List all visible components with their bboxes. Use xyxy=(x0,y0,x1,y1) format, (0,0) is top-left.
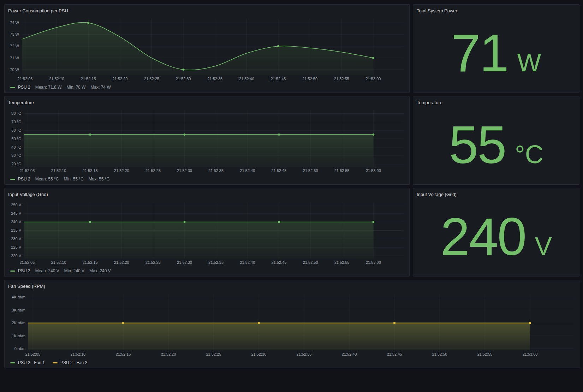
data-point-marker xyxy=(87,22,89,24)
data-point-marker xyxy=(372,221,374,223)
x-axis-tick-label: 21:52:45 xyxy=(272,168,287,173)
legend-stat-max: Max: 74 W xyxy=(90,85,111,90)
data-point-marker xyxy=(89,221,91,223)
x-axis-tick-label: 21:52:55 xyxy=(334,77,349,81)
voltage-chart-area: 21:52:0521:52:1021:52:1521:52:2021:52:25… xyxy=(8,199,406,266)
temperature-time-series-chart[interactable]: 21:52:0521:52:1021:52:1521:52:2021:52:25… xyxy=(8,107,406,174)
y-axis-tick-label: 71 W xyxy=(10,56,19,60)
x-axis-tick-label: 21:52:25 xyxy=(145,168,161,173)
stat-inline: 71 W xyxy=(451,26,541,79)
legend-stat-min: Min: 55 °C xyxy=(64,177,84,182)
panel-title[interactable]: Power Consumption per PSU xyxy=(8,7,406,14)
panel-title[interactable]: Fan Speed (RPM) xyxy=(8,283,576,290)
y-axis-tick-label: 225 V xyxy=(11,245,21,249)
panel-temperature-chart: Temperature 21:52:0521:52:1021:52:1521:5… xyxy=(4,96,410,185)
x-axis-tick-label: 21:52:35 xyxy=(207,77,222,81)
y-axis-tick-label: 230 V xyxy=(11,237,21,241)
legend-item-fan1[interactable]: PSU 2 - Fan 1 xyxy=(10,360,45,365)
x-axis-tick-label: 21:52:05 xyxy=(19,168,35,173)
stat-inline: 55 °C xyxy=(449,118,543,171)
x-axis-tick-label: 21:52:30 xyxy=(177,260,192,265)
legend: PSU 2 Mean: 71.8 W Min: 70 W Max: 74 W xyxy=(8,83,406,90)
panel-temperature-stat: Temperature 55 °C xyxy=(413,96,579,185)
stat-value: 240 V xyxy=(417,199,576,274)
panel-title[interactable]: Temperature xyxy=(417,99,576,106)
x-axis-tick-label: 21:52:40 xyxy=(240,168,255,173)
legend-stat-mean: Mean: 71.8 W xyxy=(35,85,62,90)
data-point-marker xyxy=(184,133,186,136)
data-point-marker xyxy=(372,57,374,59)
y-axis-tick-label: 73 W xyxy=(10,32,19,36)
y-axis-tick-label: 250 V xyxy=(11,203,21,207)
x-axis-tick-label: 21:52:50 xyxy=(302,77,317,81)
fan-speed-time-series-chart[interactable]: 21:52:0521:52:1021:52:1521:52:2021:52:25… xyxy=(8,291,576,358)
series-area xyxy=(24,222,373,259)
data-point-marker xyxy=(182,69,184,71)
x-axis-tick-label: 21:53:00 xyxy=(523,352,538,356)
x-axis-tick-label: 21:52:35 xyxy=(208,168,224,173)
legend-stat-min: Min: 70 W xyxy=(66,85,85,90)
x-axis-tick-label: 21:52:25 xyxy=(145,260,161,265)
x-axis-tick-label: 21:52:10 xyxy=(51,260,66,265)
data-point-marker xyxy=(393,322,395,324)
panel-title[interactable]: Total System Power xyxy=(417,7,576,14)
panel-title[interactable]: Input Voltage (Grid) xyxy=(417,191,576,198)
y-axis-tick-label: 0 rd/m xyxy=(14,346,25,351)
x-axis-tick-label: 21:52:45 xyxy=(271,77,286,81)
x-axis-tick-label: 21:52:40 xyxy=(342,352,357,356)
dashboard: Power Consumption per PSU 21:52:0521:52:… xyxy=(0,0,583,368)
x-axis-tick-label: 21:52:15 xyxy=(83,168,98,173)
legend-item-psu2[interactable]: PSU 2 Mean: 71.8 W Min: 70 W Max: 74 W xyxy=(10,85,111,90)
y-axis-tick-label: 20 °C xyxy=(11,162,21,166)
stat-number: 55 xyxy=(449,118,506,171)
data-point-marker xyxy=(529,322,531,324)
data-point-marker xyxy=(277,45,279,47)
stat-unit: V xyxy=(535,233,552,259)
data-point-marker xyxy=(278,133,280,136)
x-axis-tick-label: 21:52:30 xyxy=(177,168,192,173)
stat-number: 240 xyxy=(440,210,525,263)
legend-item-fan2[interactable]: PSU 2 - Fan 2 xyxy=(53,360,87,365)
legend-series-name: PSU 2 - Fan 1 xyxy=(18,360,45,365)
stat-unit: °C xyxy=(515,142,543,167)
voltage-time-series-chart[interactable]: 21:52:0521:52:1021:52:1521:52:2021:52:25… xyxy=(8,199,406,266)
panel-input-voltage-chart: Input Voltage (Grid) 21:52:0521:52:1021:… xyxy=(4,188,410,277)
legend-series-name: PSU 2 xyxy=(18,177,30,182)
power-time-series-chart[interactable]: 21:52:0521:52:1021:52:1521:52:2021:52:25… xyxy=(8,15,406,83)
series-area xyxy=(22,23,373,75)
x-axis-tick-label: 21:52:55 xyxy=(477,352,493,356)
x-axis-tick-label: 21:52:30 xyxy=(251,352,266,356)
x-axis-tick-label: 21:53:00 xyxy=(366,168,381,173)
y-axis-tick-label: 74 W xyxy=(10,20,19,25)
x-axis-tick-label: 21:52:05 xyxy=(19,260,35,265)
data-point-marker xyxy=(184,221,186,223)
series-area xyxy=(24,135,373,167)
y-axis-tick-label: 235 V xyxy=(11,228,21,232)
x-axis-tick-label: 21:52:55 xyxy=(334,260,350,265)
y-axis-tick-label: 40 °C xyxy=(11,145,21,149)
legend-item-psu2[interactable]: PSU 2 Mean: 55 °C Min: 55 °C Max: 55 °C xyxy=(10,177,109,182)
y-axis-tick-label: 30 °C xyxy=(11,153,21,158)
x-axis-tick-label: 21:52:20 xyxy=(114,168,129,173)
legend-item-psu2[interactable]: PSU 2 Mean: 240 V Min: 240 V Max: 240 V xyxy=(10,268,111,273)
legend-series-name: PSU 2 - Fan 2 xyxy=(60,360,87,365)
x-axis-tick-label: 21:52:05 xyxy=(18,77,33,81)
stat-value: 71 W xyxy=(417,15,576,90)
x-axis-tick-label: 21:52:15 xyxy=(81,77,96,81)
panel-title[interactable]: Input Voltage (Grid) xyxy=(8,191,406,198)
series-color-icon xyxy=(10,87,15,88)
x-axis-tick-label: 21:52:20 xyxy=(112,77,127,81)
panel-title[interactable]: Temperature xyxy=(8,99,406,106)
legend-series-name: PSU 2 xyxy=(18,268,30,273)
y-axis-tick-label: 220 V xyxy=(11,254,21,258)
legend-stat-max: Max: 55 °C xyxy=(89,177,109,182)
stat-number: 71 xyxy=(451,26,508,79)
x-axis-tick-label: 21:52:20 xyxy=(114,260,129,265)
data-point-marker xyxy=(278,221,280,223)
series-color-icon xyxy=(10,179,15,180)
legend-stat-min: Min: 240 V xyxy=(64,268,84,273)
stat-inline: 240 V xyxy=(440,210,552,263)
panel-total-system-power: Total System Power 71 W xyxy=(413,4,579,93)
panel-fan-speed: Fan Speed (RPM) 21:52:0521:52:1021:52:15… xyxy=(4,280,579,368)
y-axis-tick-label: 4K rd/m xyxy=(12,295,25,299)
